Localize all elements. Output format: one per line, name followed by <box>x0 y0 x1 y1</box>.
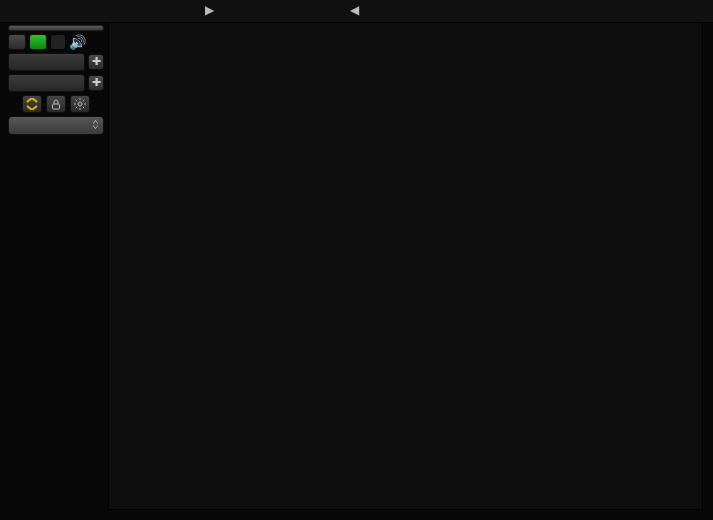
pitch-curve <box>109 23 702 509</box>
mute-button[interactable] <box>8 34 26 50</box>
speaker-icon[interactable]: 🔊 <box>69 35 86 49</box>
lock-button[interactable] <box>46 95 66 113</box>
track-name[interactable] <box>8 25 104 31</box>
track-header: 🔊 ✚ ✚ <box>8 25 104 135</box>
channel-selector[interactable] <box>8 116 104 135</box>
gain-readout[interactable] <box>8 53 85 71</box>
settings-button[interactable] <box>70 95 90 113</box>
delay-adjust-icon[interactable]: ✚ <box>88 75 104 91</box>
gain-fader-icon[interactable]: ✚ <box>88 54 104 70</box>
svg-line-9 <box>83 100 84 101</box>
svg-line-6 <box>76 100 77 101</box>
voice-number[interactable] <box>50 34 66 50</box>
solo-button[interactable] <box>29 34 47 50</box>
loop-start-marker[interactable]: ▶ <box>205 3 214 17</box>
svg-line-8 <box>76 107 77 108</box>
svg-line-7 <box>83 107 84 108</box>
svg-point-1 <box>78 102 82 106</box>
svg-rect-0 <box>53 104 60 109</box>
delay-readout[interactable] <box>8 74 85 92</box>
track-height-button[interactable] <box>22 95 42 113</box>
loop-end-marker[interactable]: ◀ <box>350 3 359 17</box>
pitch-editor[interactable] <box>108 22 703 510</box>
audio-waveform <box>109 23 702 509</box>
timeline-ruler[interactable]: ▶ ◀ <box>0 0 713 23</box>
